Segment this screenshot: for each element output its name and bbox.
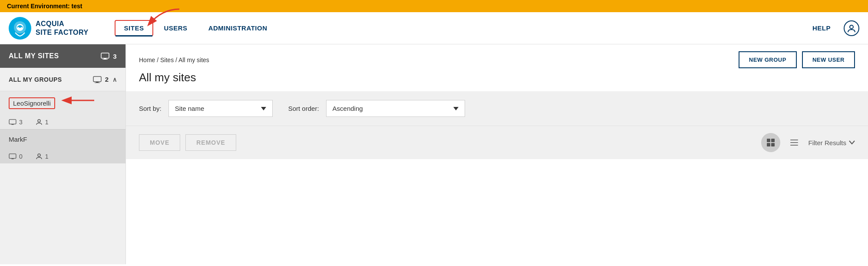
person-icon-2 [36,153,43,160]
monitor-icon-2 [93,76,102,83]
content-area: Home / Sites / All my sites NEW GROUP NE… [126,44,868,264]
svg-rect-20 [767,143,770,146]
breadcrumb-row: Home / Sites / All my sites NEW GROUP NE… [126,44,868,68]
monitor-icon [101,53,109,60]
sidebar-all-my-groups-label: ALL MY GROUPS [9,76,62,83]
breadcrumb-home[interactable]: Home [139,57,155,63]
sidebar-all-my-groups-count: 2 ∧ [93,76,117,83]
list-icon [789,138,799,147]
header-right: HELP [812,20,859,36]
help-link[interactable]: HELP [812,24,831,32]
env-banner: Current Environment: test [0,0,868,12]
sidebar-group-markf[interactable]: MarkF 0 1 [0,129,125,163]
user-profile-icon[interactable] [844,20,859,36]
page-title: All my sites [126,68,868,91]
filter-row: Sort by: Site name Created date Updated … [126,91,868,126]
action-left: MOVE REMOVE [139,134,236,151]
sidebar-group-markf-row[interactable]: MarkF [0,129,125,150]
chevron-up-icon: ∧ [112,76,117,83]
svg-rect-10 [95,83,100,83]
sort-by-select[interactable]: Site name Created date Updated date [168,100,273,117]
sidebar-group-leosignorelli-row[interactable]: LeoSignorelli [0,91,125,115]
svg-point-2 [19,25,21,28]
svg-rect-9 [96,82,99,83]
sort-order-select[interactable]: Ascending Descending [326,100,465,117]
svg-rect-24 [790,145,798,146]
chevron-down-icon [849,140,855,145]
svg-rect-23 [790,142,798,143]
svg-rect-7 [102,59,108,60]
svg-rect-12 [9,120,16,124]
filter-results-label: Filter Results [808,139,846,146]
grid-icon [766,138,776,147]
breadcrumb-sep1: / [157,57,160,63]
breadcrumb-sites[interactable]: Sites [160,57,174,63]
arrow-annotation-2 [59,94,103,107]
new-group-button[interactable]: NEW GROUP [739,51,797,68]
env-banner-text: Current Environment: test [7,3,82,10]
svg-point-17 [38,154,40,156]
grid-view-button[interactable] [761,133,780,152]
sidebar-group-leosignorelli[interactable]: LeoSignorelli 3 [0,91,125,129]
sidebar-all-my-sites-label: ALL MY SITES [9,52,59,60]
svg-point-4 [850,25,853,29]
sidebar-group-markf-stats: 0 1 [0,150,125,163]
nav-item-users[interactable]: USERS [153,13,198,43]
filter-results-button[interactable]: Filter Results [808,139,855,146]
list-view-button[interactable] [786,135,802,150]
logo-text: ACQUIA SITE FACTORY [36,20,89,36]
remove-button[interactable]: REMOVE [185,134,236,151]
nav-item-administration[interactable]: ADMINISTRATION [198,13,278,43]
svg-rect-22 [790,140,798,140]
header: ACQUIA SITE FACTORY SITES USERS ADMINIST… [0,12,868,44]
sidebar-all-my-groups[interactable]: ALL MY GROUPS 2 ∧ [0,68,125,91]
svg-rect-18 [767,139,770,142]
svg-rect-6 [104,58,106,59]
svg-rect-19 [771,139,775,142]
svg-point-14 [38,120,40,122]
monitor-icon-4 [9,153,17,160]
nav-sites-wrapper: SITES [115,20,154,36]
breadcrumb[interactable]: Home / Sites / All my sites [139,57,209,63]
sidebar: ALL MY SITES 3 ALL MY GROUPS 2 [0,44,126,264]
move-button[interactable]: MOVE [139,134,180,151]
breadcrumb-sep2: / [175,57,178,63]
monitor-icon-3 [9,119,17,125]
action-row: MOVE REMOVE [126,126,868,159]
main-nav: SITES USERS ADMINISTRATION [115,13,812,43]
sidebar-group-name-leosignorelli: LeoSignorelli [9,97,55,109]
new-user-button[interactable]: NEW USER [802,51,855,68]
person-icon [36,119,43,126]
main-layout: ALL MY SITES 3 ALL MY GROUPS 2 [0,44,868,264]
sidebar-group-leosignorelli-stats: 3 1 [0,115,125,129]
sidebar-group-name-markf: MarkF [9,136,27,143]
sidebar-all-my-sites[interactable]: ALL MY SITES 3 [0,44,125,68]
svg-rect-8 [93,76,101,82]
logo-icon [9,17,31,40]
sort-order-label: Sort order: [288,105,319,112]
breadcrumb-current: All my sites [178,57,209,63]
svg-rect-5 [101,53,109,58]
logo[interactable]: ACQUIA SITE FACTORY [9,17,89,40]
svg-rect-15 [9,154,16,159]
svg-rect-13 [11,124,13,125]
svg-rect-21 [771,143,775,146]
sort-by-label: Sort by: [139,105,162,112]
sidebar-all-my-sites-count: 3 [101,53,117,60]
svg-rect-16 [11,158,13,159]
breadcrumb-actions: NEW GROUP NEW USER [739,51,855,68]
action-right: Filter Results [761,133,855,152]
